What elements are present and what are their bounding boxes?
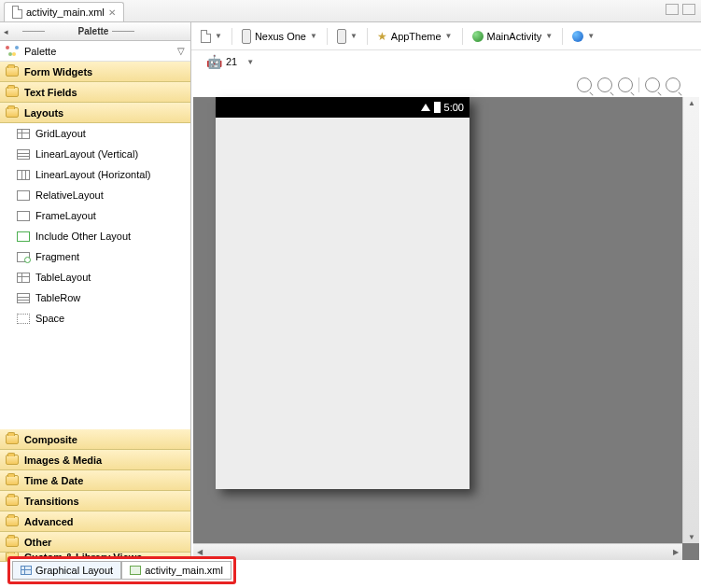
category-label: Layouts (24, 107, 63, 119)
tab-title: activity_main.xml (26, 7, 105, 18)
zoom-actual-button[interactable] (618, 77, 633, 92)
device-dropdown[interactable]: Nexus One▼ (238, 27, 321, 46)
file-tab[interactable]: activity_main.xml ✕ (4, 2, 124, 21)
editor-mode-tabs: Graphical Layout activity_main.xml (7, 556, 236, 584)
fragment-icon (17, 252, 30, 262)
config-icon (201, 30, 211, 43)
folder-icon (6, 537, 19, 547)
category-time-date[interactable]: Time & Date (0, 470, 190, 491)
item-space[interactable]: Space (0, 308, 190, 329)
api-bar: 🤖 21 ▼ (191, 50, 701, 73)
config-toolbar: ▼ Nexus One▼ ▼ ★AppTheme▼ MainActivity▼ … (191, 22, 701, 50)
category-advanced[interactable]: Advanced (0, 511, 190, 532)
category-label: Composite (24, 434, 77, 445)
item-tablerow[interactable]: TableRow (0, 287, 190, 308)
grid-icon (17, 129, 30, 139)
expand-icon[interactable]: ▽ (177, 46, 185, 56)
maximize-button[interactable] (682, 4, 695, 15)
layouts-items: GridLayout LinearLayout (Vertical) Linea… (0, 123, 190, 329)
xml-icon (130, 566, 141, 575)
item-gridlayout[interactable]: GridLayout (0, 123, 190, 144)
item-include-other[interactable]: Include Other Layout (0, 226, 190, 246)
horizontal-icon (17, 170, 30, 180)
orientation-dropdown[interactable]: ▼ (333, 27, 361, 46)
zoom-in-button[interactable] (666, 77, 680, 92)
activity-icon (472, 31, 484, 42)
scroll-left-icon[interactable]: ◀ (197, 548, 203, 556)
tab-xml-source[interactable]: activity_main.xml (121, 561, 231, 580)
palette-header: ◂ Palette (0, 22, 190, 41)
palette-label: Palette (24, 46, 56, 57)
folder-icon (6, 434, 19, 444)
space-icon (17, 314, 30, 324)
globe-icon (572, 31, 583, 42)
design-canvas: ▼ Nexus One▼ ▼ ★AppTheme▼ MainActivity▼ … (191, 22, 701, 562)
item-framelayout[interactable]: FrameLayout (0, 205, 190, 226)
row-icon (17, 293, 30, 303)
zoom-out-button[interactable] (645, 77, 660, 92)
table-icon (17, 273, 30, 283)
category-layouts[interactable]: Layouts (0, 103, 190, 123)
include-icon (17, 231, 30, 242)
category-form-widgets[interactable]: Form Widgets (0, 62, 190, 82)
zoom-reset-button[interactable] (597, 77, 612, 92)
category-label: Text Fields (24, 87, 77, 98)
collapse-icon[interactable]: ◂ (4, 27, 8, 36)
folder-icon (6, 475, 19, 485)
preview-area: 5:00 ▲ ▼ ◀ ▶ (193, 97, 699, 560)
graphical-icon (21, 566, 32, 575)
activity-dropdown[interactable]: MainActivity▼ (469, 29, 557, 44)
category-transitions[interactable]: Transitions (0, 491, 190, 511)
item-relativelayout[interactable]: RelativeLayout (0, 185, 190, 205)
scroll-up-icon[interactable]: ▲ (688, 99, 695, 107)
folder-icon (6, 87, 19, 97)
category-images-media[interactable]: Images & Media (0, 450, 190, 470)
category-label: Form Widgets (24, 66, 92, 77)
item-linearlayout-horizontal[interactable]: LinearLayout (Horizontal) (0, 164, 190, 185)
palette-icon (6, 46, 19, 56)
device-preview[interactable]: 5:00 (216, 97, 470, 489)
category-other[interactable]: Other (0, 532, 190, 553)
palette-sidebar: ◂ Palette Palette ▽ Form Widgets Text Fi… (0, 22, 191, 562)
star-icon: ★ (377, 30, 387, 43)
category-label: Transitions (24, 496, 79, 507)
horizontal-scrollbar[interactable]: ◀ ▶ (193, 543, 682, 560)
category-text-fields[interactable]: Text Fields (0, 82, 190, 103)
theme-dropdown[interactable]: ★AppTheme▼ (373, 28, 456, 45)
item-linearlayout-vertical[interactable]: LinearLayout (Vertical) (0, 144, 190, 164)
close-icon[interactable]: ✕ (108, 7, 116, 18)
phone-icon (242, 29, 251, 44)
phone-icon (337, 29, 346, 44)
zoom-fit-button[interactable] (577, 77, 592, 92)
layout-icon (17, 190, 30, 201)
category-label: Other (24, 537, 51, 548)
item-tablelayout[interactable]: TableLayout (0, 267, 190, 287)
layout-icon (17, 211, 30, 221)
tab-graphical-layout[interactable]: Graphical Layout (12, 561, 121, 580)
folder-icon (6, 455, 19, 465)
palette-title-row[interactable]: Palette ▽ (0, 41, 190, 62)
locale-dropdown[interactable]: ▼ (568, 29, 598, 44)
android-icon: 🤖 (206, 54, 222, 69)
status-bar: 5:00 (216, 97, 470, 118)
folder-icon (6, 496, 19, 506)
category-label: Advanced (24, 516, 74, 527)
window-controls (666, 4, 695, 15)
config-dropdown[interactable]: ▼ (197, 28, 226, 45)
vertical-icon (17, 149, 30, 160)
folder-icon (6, 107, 19, 118)
file-icon (12, 6, 22, 19)
vertical-scrollbar[interactable]: ▲ ▼ (682, 97, 699, 543)
zoom-controls (191, 73, 701, 97)
category-label: Images & Media (24, 455, 102, 466)
scroll-down-icon[interactable]: ▼ (688, 533, 695, 541)
category-composite[interactable]: Composite (0, 429, 190, 450)
clock: 5:00 (444, 102, 464, 113)
minimize-button[interactable] (666, 4, 679, 15)
item-fragment[interactable]: Fragment (0, 246, 190, 267)
battery-icon (434, 102, 441, 113)
wifi-icon (421, 104, 430, 111)
api-dropdown[interactable]: 🤖 21 ▼ (203, 52, 258, 71)
scroll-right-icon[interactable]: ▶ (673, 548, 679, 556)
folder-icon (6, 516, 19, 526)
